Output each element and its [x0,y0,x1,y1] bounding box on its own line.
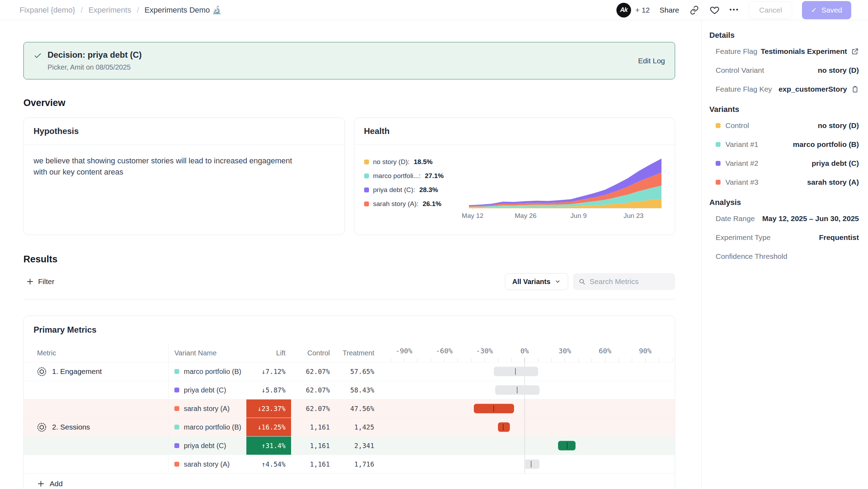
lift-value: ↓16.25% [258,423,285,431]
saved-button[interactable]: ✓ Saved [802,1,851,19]
avatar[interactable]: Ak [616,3,631,17]
table-header: Metric Variant Name Lift Control Treatme… [24,344,675,362]
control-value: 1,161 [310,442,330,449]
variant-color-swatch [716,123,721,128]
external-link-icon[interactable] [851,48,859,55]
lift-value: ↓5.87% [261,386,285,394]
variant-value: no story (D) [818,121,859,130]
treatment-value: 57.65% [350,368,374,375]
lift-value: ↓23.37% [258,405,285,412]
table-row[interactable]: priya debt (C) ↓5.87% 62.07% 58.43% [24,381,675,399]
link-icon[interactable] [689,5,700,15]
detail-label: Feature Flag [716,47,757,56]
search-metrics-input[interactable] [589,277,670,286]
analysis-row: Experiment Type Frequentist [709,228,859,247]
legend-swatch [364,201,369,206]
control-value: 62.07% [306,405,330,412]
legend-swatch [364,187,369,192]
control-value: 1,161 [310,460,330,468]
confidence-interval-cell [380,381,675,399]
health-x-label: Jun 23 [624,212,644,220]
ci-axis-header: -90% -60% -30% 0% 30% 60% 90% [380,344,675,362]
legend-name: sarah story (A): [373,200,419,208]
breadcrumb-separator: / [137,6,139,15]
ci-bar [525,460,539,469]
variant-color-swatch [716,142,721,147]
variant-name: marco portfolio (B) [184,423,241,431]
feature-flag-value[interactable]: Testimonials Experiment [761,47,847,56]
variants-heading: Variants [709,105,859,114]
variant-name: marco portfolio (B) [184,368,241,376]
ci-point-marker [493,405,494,412]
lift-value: ↑31.4% [261,442,285,449]
axis-tick-label: 90% [639,347,652,355]
add-label: Add [50,480,63,488]
search-metrics-box [573,273,675,290]
detail-label: Control Variant [716,66,764,75]
hypothesis-card: Hypothesis we believe that showing custo… [23,118,345,235]
axis-tick-label: -90% [396,347,412,355]
control-variant-value: no story (D) [818,66,859,75]
treatment-value: 47.56% [350,405,374,412]
analysis-label: Experiment Type [716,233,771,242]
control-value: 62.07% [306,386,330,394]
more-options-button[interactable]: ••• [730,6,739,14]
variant-label: Variant #2 [725,159,758,168]
cancel-button[interactable]: Cancel [749,1,792,19]
legend-item: marco portfoli...: 27.1% [364,172,469,180]
overview-heading: Overview [23,98,675,108]
ci-point-marker [567,442,567,449]
detail-row: Feature Flag Testimonials Experiment [709,42,859,61]
breadcrumb-project[interactable]: Fixpanel {demo} [20,6,75,15]
health-x-label: May 26 [515,212,536,220]
add-metric-button[interactable]: Add [24,473,675,489]
health-legend: no story (D): 18.5% marco portfoli...: 2… [364,153,469,222]
analysis-row: Date Range May 12, 2025 – Jun 30, 2025 [709,209,859,228]
legend-value: 27.1% [425,172,444,180]
table-row[interactable]: priya debt (C) ↑31.4% 1,161 2,341 [24,436,675,455]
divider [23,299,675,299]
ci-bar [474,404,514,413]
variant-name: priya debt (C) [184,442,226,450]
breadcrumb-separator: / [81,6,83,15]
edit-log-button[interactable]: Edit Log [638,57,665,65]
axis-tick-label: 0% [520,347,529,355]
legend-swatch [364,160,369,164]
variant-row: Variant #3 sarah story (A) [709,173,859,192]
breadcrumb-experiments[interactable]: Experiments [88,6,131,15]
table-row[interactable]: sarah story (A) ↓23.37% 62.07% 47.56% [24,399,675,418]
hypothesis-card-title: Hypothesis [24,118,345,145]
table-row[interactable]: 1. Engagement marco portfolio (B) ↓7.12%… [24,362,675,381]
health-stacked-area-chart: May 12May 26Jun 9Jun 23 [469,153,665,222]
plus-icon [37,480,45,488]
metric-name: 2. Sessions [52,423,90,431]
ci-point-marker [515,368,516,375]
health-x-label: Jun 9 [571,212,587,220]
variants-dropdown[interactable]: All Variants [505,273,568,290]
main-content: Decision: priya debt (C) Picker, Amit on… [0,20,701,489]
ci-point-marker [503,424,504,431]
feature-flag-key-value: exp_customerStory [779,85,847,93]
legend-value: 26.1% [422,200,441,208]
share-button[interactable]: Share [660,6,679,14]
add-filter-button[interactable]: Filter [23,274,57,289]
metric-target-icon [37,423,46,432]
favorite-heart-icon[interactable] [709,5,720,15]
col-metric: Metric [24,344,169,362]
saved-label: Saved [821,6,842,14]
hypothesis-text: we believe that showing customer stories… [24,145,303,188]
axis-ticks [380,358,675,362]
variant-row: Control no story (D) [709,116,859,135]
results-heading: Results [23,254,675,265]
filter-label: Filter [38,277,55,286]
table-row[interactable]: sarah story (A) ↑4.54% 1,161 1,716 [24,455,675,473]
variant-color-swatch [174,388,179,392]
detail-row: Control Variant no story (D) [709,61,859,80]
variant-name: sarah story (A) [184,460,230,468]
copy-clipboard-icon[interactable] [851,85,859,93]
table-row[interactable]: 2. Sessions marco portfolio (B) ↓16.25% … [24,418,675,436]
metric-name: 1. Engagement [52,367,102,376]
collaborators-count[interactable]: + 12 [635,6,650,14]
experiment-type-value: Frequentist [819,233,859,242]
date-range-value: May 12, 2025 – Jun 30, 2025 [762,214,859,223]
